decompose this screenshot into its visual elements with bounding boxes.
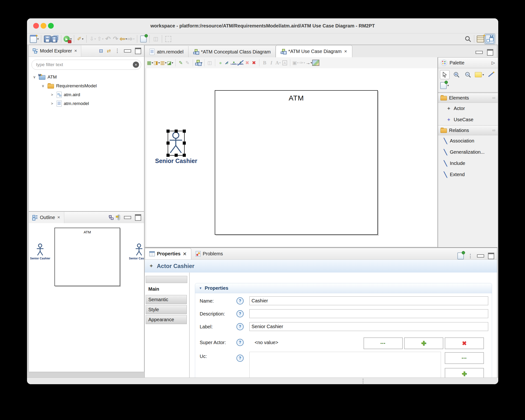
outline-tree-mode-icon[interactable] [109,215,113,220]
selection-handle[interactable] [167,142,169,145]
help-icon[interactable]: ? [236,310,244,317]
show-label-button[interactable]: ●LABEL [231,58,237,67]
selection-handle[interactable] [167,154,169,157]
show-element-button[interactable]: ● [217,58,224,67]
tab-properties[interactable]: Properties ✕ [145,248,191,259]
view-menu-icon[interactable]: ⋮ [115,48,120,54]
tab-model-explorer[interactable]: Model Explorer ✕ [29,45,81,56]
maximize-editor-icon[interactable] [487,49,493,55]
save-all-button[interactable] [51,34,59,44]
layers-button[interactable]: ▾ [195,58,202,67]
side-tab-semantic[interactable]: Semantic [146,295,187,304]
tab-problems[interactable]: Problems [191,248,227,259]
close-view-icon[interactable]: ✕ [74,49,77,53]
tab-atm-remodel[interactable]: atm.remodel [145,46,188,57]
maximize-view-icon[interactable] [488,253,494,259]
drawer-pin-icon[interactable]: ∞ [492,95,495,100]
tab-outline[interactable]: Outline ✕ [29,212,64,223]
align-button[interactable]: ◨▾ [153,58,160,67]
minimize-view-icon[interactable] [477,254,484,257]
background-image-button[interactable] [312,58,319,67]
minimize-window-button[interactable] [41,23,46,29]
select-tool[interactable] [440,70,450,79]
close-tab-icon[interactable]: ✕ [344,49,347,54]
tree-item-project[interactable]: ∨ M ATM [29,73,144,81]
selection-handle[interactable] [167,130,169,133]
new-wizard-button[interactable]: ✦▾ [30,34,39,44]
close-view-icon[interactable]: ✕ [57,215,60,219]
minimize-view-icon[interactable] [124,216,131,219]
label-field[interactable] [249,322,488,331]
minimize-view-icon[interactable] [124,49,131,53]
drawer-pin-icon[interactable]: ∞ [492,128,495,133]
hide-label-button[interactable]: ●LABEL [237,58,244,67]
description-field[interactable] [249,309,488,318]
palette-item-include[interactable]: ╲ Include [438,158,498,169]
back-button[interactable]: ⇦▾ [119,34,127,44]
line-style-button[interactable]: →▾ [306,58,312,67]
note-attachment-tool[interactable]: ✦ [486,70,495,79]
link-with-editor-icon[interactable]: ⇄ [107,48,111,54]
chevron-right-icon[interactable]: > [50,101,55,105]
outline-overview-mode-button[interactable] [117,215,120,220]
zoom-out-tool[interactable] [463,70,472,79]
close-window-button[interactable] [33,23,39,29]
minimize-editor-icon[interactable] [476,51,483,54]
uc-list[interactable] [249,352,441,379]
distribute-button[interactable]: ▥▾ [160,58,167,67]
open-perspective-button[interactable]: ✦ [477,34,484,44]
maximize-view-icon[interactable] [135,214,141,221]
filter-input[interactable] [36,62,133,68]
search-button[interactable] [464,34,472,44]
super-actor-remove-button[interactable]: ✖ [445,338,484,349]
side-tab-style[interactable]: Style [146,305,187,314]
uc-browse-button[interactable]: ••• [445,352,484,364]
note-tool[interactable]: ▾ [475,70,484,79]
collapse-triangle-icon[interactable]: ▼ [199,286,202,290]
system-boundary-atm[interactable]: ATM [215,90,378,235]
diagram-canvas[interactable]: ATM [145,68,437,247]
run-button[interactable]: ▶▾ [64,34,72,44]
tree-item-aird[interactable]: > atm.aird [29,90,144,99]
side-tab-main[interactable]: Main [146,284,187,293]
chevron-down-icon[interactable]: ∨ [41,84,45,88]
pin-view-icon[interactable] [457,253,464,259]
palette-flyout-icon[interactable]: ▷ [492,60,495,65]
tab-use-case-diagram[interactable]: *ATM Use Case Diagram ✕ [276,45,352,57]
super-actor-add-button[interactable]: ✚ [404,338,443,349]
drawer-relations[interactable]: Relations ∞ [438,125,498,135]
selection-handle[interactable] [175,130,178,133]
save-button[interactable] [44,34,51,44]
super-actor-browse-button[interactable]: ••• [364,338,403,349]
drawer-elements[interactable]: Elements ∞ [438,93,498,103]
palette-item-generalization[interactable]: ╲ Generalization... [438,146,498,158]
zoom-window-button[interactable] [48,23,54,29]
palette-item-usecase[interactable]: ✦ UseCase [438,114,498,125]
properties-section-header[interactable]: ▼ Properties [195,283,492,293]
side-tab-appearance[interactable]: Appearance [146,315,187,324]
modeling-perspective-button[interactable]: M [484,33,495,44]
help-icon[interactable]: ? [236,339,244,346]
delete-from-diagram-button[interactable]: ✖ [244,58,251,67]
actor-senior-cashier[interactable]: Senior Cashier [168,131,185,155]
name-field[interactable] [249,296,488,305]
palette-item-association[interactable]: ╲ Association [438,135,498,146]
help-icon[interactable]: ? [236,355,244,362]
actor-label[interactable]: Senior Cashier [155,157,197,164]
sketch-marker-button[interactable]: ✐▾ [76,34,84,44]
help-icon[interactable]: ? [236,323,244,330]
arrange-all-button[interactable]: ▦▾ [147,58,153,67]
help-icon[interactable]: ? [236,297,244,304]
delete-from-model-button[interactable]: ✖ [251,58,257,67]
palette-item-extend[interactable]: ╲ Extend [438,169,498,180]
tree-item-folder[interactable]: ∨ RequirementsModel [29,81,144,90]
maximize-view-icon[interactable] [135,48,141,54]
sash-drag-handle-icon[interactable] [363,379,364,383]
selection-handle[interactable] [183,154,186,157]
hide-element-button[interactable]: ● [224,58,231,67]
tab-conceptual-class-diagram[interactable]: *ATM Conceptual Class Diagram [188,46,276,57]
selection-handle[interactable] [183,142,186,145]
clear-filter-icon[interactable]: ✕ [133,62,139,68]
pin-editor-button[interactable] [140,34,147,44]
straighten-button[interactable]: ◪▾ [167,58,173,67]
